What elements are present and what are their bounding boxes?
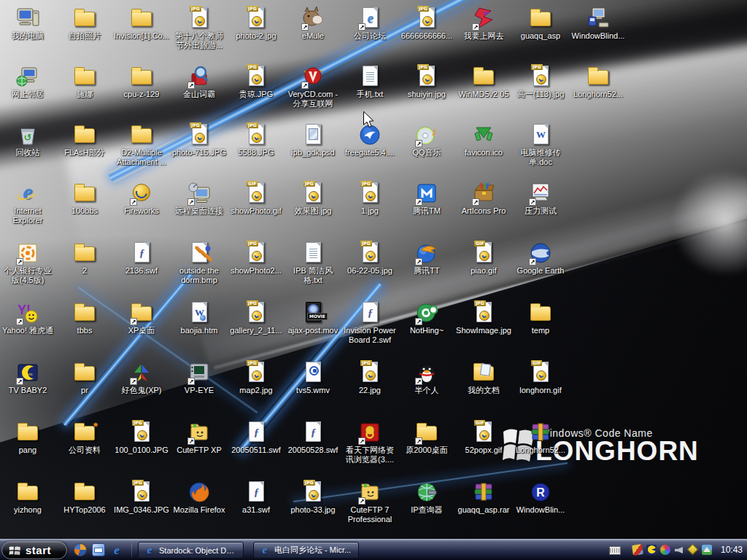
desktop-icon[interactable]: WindowBlind... bbox=[570, 6, 626, 41]
desktop-icon[interactable]: Wbaojia.htm bbox=[171, 300, 227, 335]
desktop-icon[interactable]: pr bbox=[57, 360, 112, 395]
desktop-icon[interactable]: 我的电脑 bbox=[0, 6, 55, 41]
desktop-icon[interactable]: JPGshowPhoto2... bbox=[228, 241, 284, 276]
desktop-icon[interactable]: ƒInvision Power Board 2.swf bbox=[342, 300, 398, 345]
desktop-icon[interactable]: ↗半个人 bbox=[399, 360, 454, 395]
desktop-icon[interactable]: ↗VeryCD.com - 分享互联网 bbox=[285, 64, 341, 109]
desktop-icon[interactable]: ↗腾讯TT bbox=[399, 241, 454, 276]
desktop-icon[interactable]: JPG贵琼.JPG bbox=[228, 64, 284, 99]
desktop-icon[interactable]: ↗压力测试 bbox=[513, 181, 568, 216]
desktop-icon[interactable]: ↗XP桌面 bbox=[114, 300, 169, 335]
desktop-icon[interactable]: JPG06-22-05.jpg bbox=[342, 241, 398, 276]
desktop-icon[interactable]: yizhong bbox=[0, 480, 55, 515]
desktop-icon[interactable]: ƒ2136.swf bbox=[114, 241, 169, 276]
desktop-icon[interactable]: Longhorn52... bbox=[513, 420, 568, 455]
desktop-icon[interactable]: 施娜 bbox=[57, 64, 112, 99]
desktop-icon[interactable]: JPGphoto-2.jpg bbox=[228, 6, 284, 41]
kantianxia-tray-icon[interactable] bbox=[632, 544, 643, 556]
desktop-icon[interactable]: eInternet Explorer bbox=[0, 181, 55, 225]
desktop-icon[interactable]: ↗远程桌面连接 bbox=[171, 181, 227, 216]
desktop-icon[interactable]: ↗金山词霸 bbox=[171, 64, 227, 99]
desktop-icon[interactable]: ƒ20050511.swf bbox=[228, 420, 284, 455]
taskbar-window-forum[interactable]: e 电白同乡论坛 - Micr... bbox=[253, 542, 359, 559]
mozilla-icon[interactable] bbox=[73, 542, 88, 557]
desktop-icon[interactable]: JPG第十八个教师节外出旅游... bbox=[171, 6, 227, 50]
desktop-icon[interactable]: 手机.txt bbox=[342, 64, 398, 99]
desktop-icon[interactable]: ↗ArtIcons Pro bbox=[456, 181, 511, 216]
desktop-icon[interactable]: JPGIMG_0346.JPG bbox=[114, 480, 169, 515]
desktop-icon[interactable]: GIFpiao.gif bbox=[456, 241, 511, 276]
desktop-icon[interactable]: moms↗TV BABY2 bbox=[0, 360, 55, 395]
desktop-icon[interactable]: JPG高一(113).jpg bbox=[513, 64, 568, 99]
desktop-icon[interactable]: MOVIEajax-post.mov bbox=[285, 300, 341, 335]
desktop-icon[interactable]: JPGgallery_2_11... bbox=[228, 300, 284, 335]
desktop-icon[interactable]: RWindowBlin... bbox=[513, 480, 568, 515]
desktop-icon[interactable]: Invision[1].Co... bbox=[114, 6, 169, 41]
desktop-icon[interactable]: JPGShowImage.jpg bbox=[456, 300, 511, 335]
desktop-icon[interactable]: ↗VP-EYE bbox=[171, 360, 227, 395]
desktop-icon[interactable]: ƒ20050528.swf bbox=[285, 420, 341, 455]
desktop-icon[interactable]: ↗个人银行专业版(4.5版) bbox=[0, 241, 55, 285]
desktop-icon[interactable]: 我的文档 bbox=[456, 360, 511, 395]
desktop-icon[interactable]: ↗CuteFTP XP bbox=[171, 420, 227, 455]
desktop-icon[interactable]: GIFshowPhoto.gif bbox=[228, 181, 284, 216]
desktop-icon[interactable]: Longhorn52... bbox=[570, 64, 626, 99]
desktop-icon[interactable]: ↗CuteFTP 7 Professional bbox=[342, 480, 398, 524]
desktop-icon[interactable]: guaqq_asp bbox=[513, 6, 568, 41]
desktop-icon[interactable]: JPGphoto-715.JPG bbox=[171, 122, 227, 158]
desktop-icon[interactable]: tvs5.wmv bbox=[285, 360, 341, 395]
desktop-icon[interactable]: ↗看天下网络资讯浏览器(3.... bbox=[342, 420, 398, 464]
desktop-icon[interactable]: *公司资料 bbox=[57, 420, 112, 455]
desktop-icon[interactable]: ipb_gdk.psd bbox=[285, 122, 341, 158]
desktop-icon[interactable]: W电脑维修传单.doc bbox=[513, 122, 568, 167]
desktop-icon[interactable]: IP查询器 bbox=[399, 480, 454, 515]
desktop-icon[interactable]: IPB 简洁风格.txt bbox=[285, 241, 341, 285]
desktop-icon[interactable]: ↗好色鬼(XP) bbox=[114, 360, 169, 395]
desktop-icon[interactable]: 2 bbox=[57, 241, 112, 276]
taskbar-window-stardock[interactable]: e Stardock: Object Des... bbox=[138, 542, 244, 559]
tvbaby-tray-icon[interactable] bbox=[646, 544, 657, 556]
desktop-icon[interactable]: ♪↗QQ音乐 bbox=[399, 122, 454, 158]
input-method-keyboard-icon[interactable] bbox=[609, 546, 621, 555]
desktop-icon[interactable]: favicon.ico bbox=[456, 122, 511, 158]
desktop-icon[interactable]: ↗NotHing~ bbox=[399, 300, 454, 335]
desktop[interactable]: Windows® Code Name LONGHORN 我的电脑自拍照片Invi… bbox=[0, 0, 747, 560]
desktop-icon[interactable]: JPG1.jpg bbox=[342, 181, 398, 216]
diamond-tray-icon[interactable] bbox=[687, 544, 699, 556]
desktop-icon[interactable]: ↗Google Earth bbox=[513, 241, 568, 276]
outlook-express-icon[interactable] bbox=[91, 542, 106, 557]
desktop-icon[interactable]: e↗公司论坛 bbox=[342, 6, 398, 41]
desktop-icon[interactable]: JPG100_0100.JPG bbox=[114, 420, 169, 455]
desktop-icon[interactable]: Y!↗Yahoo! 雅虎通 bbox=[0, 300, 55, 335]
desktop-icon[interactable]: 100bbs bbox=[57, 181, 112, 216]
desktop-icon[interactable]: guaqq_asp.rar bbox=[456, 480, 511, 515]
desktop-icon[interactable]: WinMD5v2 05 bbox=[456, 64, 511, 99]
desktop-icon[interactable]: ↗Fireworks bbox=[114, 181, 169, 216]
desktop-icon[interactable]: ↗腾讯TM bbox=[399, 181, 454, 216]
desktop-icon[interactable]: GIFlonghorn.gif bbox=[513, 360, 568, 395]
internet-explorer-icon[interactable]: e bbox=[109, 542, 124, 557]
desktop-icon[interactable]: JPG5588.JPG bbox=[228, 122, 284, 158]
desktop-icon[interactable]: D2-Multiple Attachment ... bbox=[114, 122, 169, 167]
desktop-icon[interactable]: JPGphoto-33.jpg bbox=[285, 480, 341, 515]
desktop-icon[interactable]: ↗eMule bbox=[285, 6, 341, 41]
volume-tray-icon[interactable] bbox=[673, 544, 685, 556]
desktop-icon[interactable]: JPG6666666666... bbox=[399, 6, 454, 41]
desktop-icon[interactable]: ↗原2000桌面 bbox=[399, 420, 454, 455]
desktop-icon[interactable]: Mozilla Firefox bbox=[171, 480, 227, 515]
desktop-icon[interactable]: cpu-z-129 bbox=[114, 64, 169, 99]
desktop-icon[interactable]: 网上邻居 bbox=[0, 64, 55, 99]
desktop-icon[interactable]: ƒa31.swf bbox=[228, 480, 284, 515]
desktop-icon[interactable]: freegate5.4.... bbox=[342, 122, 398, 158]
desktop-icon[interactable]: JPG22.jpg bbox=[342, 360, 398, 395]
desktop-icon[interactable]: outside the dorm.bmp bbox=[171, 241, 227, 285]
desktop-icon[interactable]: ↺回收站 bbox=[0, 122, 55, 158]
desktop-icon[interactable]: temp bbox=[513, 300, 568, 335]
start-button[interactable]: start bbox=[1, 541, 67, 559]
desktop-icon[interactable]: ↗我要上网去 bbox=[456, 6, 511, 41]
landscape-tray-icon[interactable] bbox=[701, 544, 713, 556]
desktop-icon[interactable]: JPG效果图.jpg bbox=[285, 181, 341, 216]
desktop-icon[interactable]: JPGshuiyin.jpg bbox=[399, 64, 454, 99]
desktop-icon[interactable]: HYTop2006 bbox=[57, 480, 112, 515]
desktop-icon[interactable]: JPGmap2.jpg bbox=[228, 360, 284, 395]
